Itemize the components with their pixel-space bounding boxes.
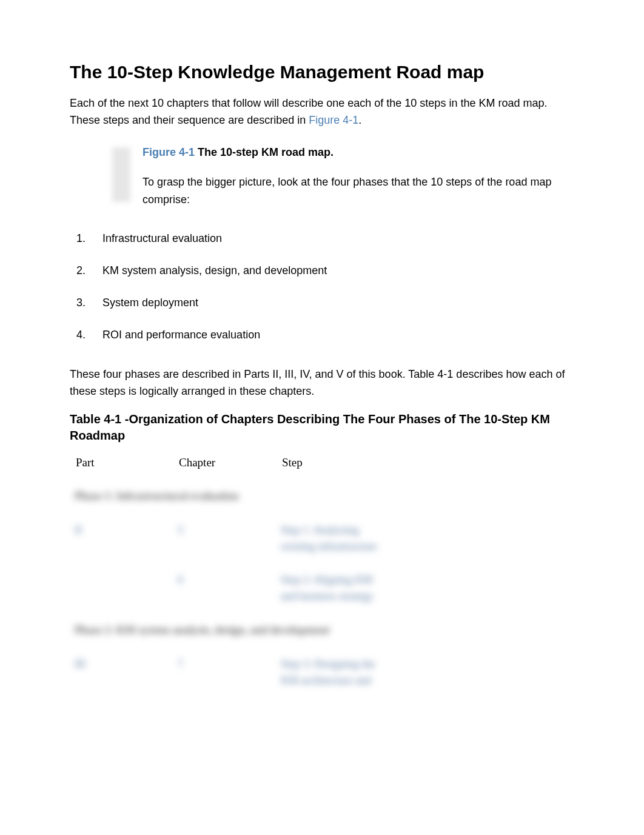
table-phase-label: Phase 1: Infrastructural evaluation: [70, 479, 385, 514]
list-item: 2. KM system analysis, design, and devel…: [70, 255, 574, 287]
table-title: Table 4-1 -Organization of Chapters Desc…: [70, 411, 574, 444]
intro-paragraph: Each of the next 10 chapters that follow…: [70, 95, 574, 130]
mid-paragraph: These four phases are described in Parts…: [70, 366, 574, 401]
list-item-text: Infrastructural evaluation: [102, 230, 222, 247]
table-cell-chapter: 5: [173, 514, 276, 563]
page-title: The 10-Step Knowledge Management Road ma…: [70, 61, 574, 84]
figure-body-text: To grasp the bigger picture, look at the…: [143, 173, 574, 209]
table-cell-step: Step 3: Designing the KM architecture an…: [276, 648, 385, 697]
table-row: 6 Step 2: Aligning KM and business strat…: [70, 563, 385, 613]
table-cell-step: Step 2: Aligning KM and business strateg…: [276, 563, 385, 613]
list-item-number: 1.: [70, 230, 86, 247]
list-item: 1. Infrastructural evaluation: [70, 223, 574, 255]
figure-caption-rest: The 10-step KM road map.: [195, 146, 334, 158]
figure-image-placeholder: [112, 147, 130, 202]
table-phase-row: Phase 2: KM system analysis, design, and…: [70, 613, 385, 648]
list-item-text: ROI and performance evaluation: [102, 326, 260, 344]
table-phase-label: Phase 2: KM system analysis, design, and…: [70, 613, 385, 648]
list-item-number: 4.: [70, 326, 86, 344]
table-cell-chapter: 6: [173, 563, 276, 613]
table-header-part: Part: [70, 446, 173, 479]
figure-block: Figure 4-1 The 10-step KM road map. To g…: [70, 144, 574, 208]
figure-4-1-link[interactable]: Figure 4-1: [309, 114, 358, 126]
table-cell-part: II: [70, 514, 173, 563]
table-phase-row: Phase 1: Infrastructural evaluation: [70, 479, 385, 514]
chapters-table: Part Chapter Step Phase 1: Infrastructur…: [70, 446, 385, 697]
table-row: II 5 Step 1: Analyzing existing infrastr…: [70, 514, 385, 563]
list-item-text: KM system analysis, design, and developm…: [102, 262, 327, 280]
table-header-chapter: Chapter: [173, 446, 276, 479]
list-item-number: 2.: [70, 262, 86, 280]
table-header-row: Part Chapter Step: [70, 446, 385, 479]
list-item-text: System deployment: [102, 294, 198, 312]
list-item: 4. ROI and performance evaluation: [70, 319, 574, 351]
figure-caption: Figure 4-1 The 10-step KM road map.: [143, 144, 574, 161]
table-cell-part: [70, 563, 173, 613]
phases-list: 1. Infrastructural evaluation 2. KM syst…: [70, 223, 574, 350]
list-item: 3. System deployment: [70, 287, 574, 319]
table-row: III 7 Step 3: Designing the KM architect…: [70, 648, 385, 697]
table-cell-step: Step 1: Analyzing existing infrastructur…: [276, 514, 385, 563]
list-item-number: 3.: [70, 294, 86, 312]
intro-text-after: .: [358, 114, 361, 126]
table-cell-chapter: 7: [173, 648, 276, 697]
table-cell-part: III: [70, 648, 173, 697]
table-header-step: Step: [276, 446, 385, 479]
figure-4-1-caption-link[interactable]: Figure 4-1: [143, 146, 195, 158]
